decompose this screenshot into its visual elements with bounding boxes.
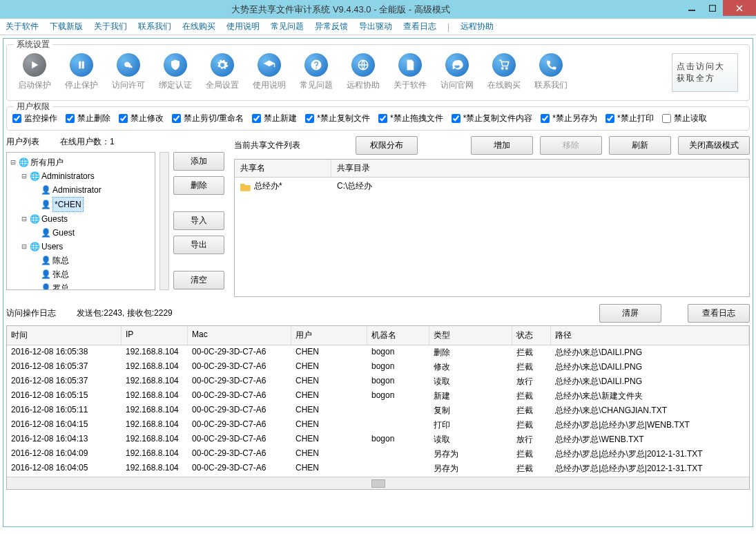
tree-group[interactable]: ⊟🌐Administrators	[21, 169, 152, 183]
perm-label: *禁止另存为	[552, 113, 597, 124]
system-settings-group: 系统设置 启动保护停止保护访问许可绑定认证全局设置使用说明常见问题远程协助关于软…	[6, 44, 750, 101]
close-advanced-button[interactable]: 关闭高级模式	[678, 136, 750, 155]
perm-*禁止复制文件[interactable]: *禁止复制文件	[305, 113, 370, 124]
perm-禁止新建[interactable]: 禁止新建	[252, 113, 297, 124]
toolbar-globe-button[interactable]: 远程协助	[347, 53, 380, 91]
tree-group[interactable]: ⊟🌐Users	[21, 240, 152, 254]
menu-buy[interactable]: 在线购买	[182, 21, 215, 32]
log-row[interactable]: 2016-12-08 16:05:37192.168.8.10400-0C-29…	[7, 374, 749, 389]
menu-remote[interactable]: 远程协助	[461, 21, 494, 32]
toolbar-phone-button[interactable]: 联系我们	[534, 53, 568, 91]
toolbar-label: 关于软件	[394, 79, 427, 91]
perm-禁止剪切/重命名[interactable]: 禁止剪切/重命名	[172, 113, 244, 124]
toolbar-cart-button[interactable]: 在线购买	[487, 53, 521, 91]
menu-feedback[interactable]: 异常反馈	[315, 21, 348, 32]
perm-checkbox[interactable]	[541, 114, 550, 123]
tree-group[interactable]: ⊟🌐Guests	[21, 212, 152, 226]
menu-view-log[interactable]: 查看日志	[403, 21, 436, 32]
perm-checkbox[interactable]	[305, 114, 314, 123]
perm-label: 禁止剪切/重命名	[184, 113, 244, 124]
perm-checkbox[interactable]	[662, 114, 671, 123]
perm-*禁止打印[interactable]: *禁止打印	[605, 113, 654, 124]
log-row[interactable]: 2016-12-08 16:04:15192.168.8.10400-0C-29…	[7, 418, 749, 432]
toolbar-key-button[interactable]: 访问许可	[112, 53, 145, 91]
tree-user[interactable]: 👤张总	[32, 267, 152, 281]
perm-监控操作[interactable]: 监控操作	[12, 113, 57, 124]
log-row[interactable]: 2016-12-08 16:05:11192.168.8.10400-0C-29…	[7, 403, 749, 418]
perm-checkbox[interactable]	[252, 114, 261, 123]
perm-checkbox[interactable]	[605, 114, 614, 123]
tree-user[interactable]: 👤罗总	[32, 281, 152, 290]
toolbar-play-button[interactable]: 启动保护	[18, 53, 51, 91]
log-col-mac[interactable]: Mac	[188, 326, 291, 345]
clear-users-button[interactable]: 清空	[173, 271, 224, 289]
log-col-state[interactable]: 状态	[512, 326, 551, 345]
log-row[interactable]: 2016-12-08 16:04:05192.168.8.10400-0C-29…	[7, 461, 749, 476]
tree-user[interactable]: 👤陈总	[32, 254, 152, 267]
menu-faq[interactable]: 常见问题	[271, 21, 304, 32]
log-row[interactable]: 2016-12-08 16:05:15192.168.8.10400-0C-29…	[7, 389, 749, 403]
toolbar-help-button[interactable]: 常见问题	[300, 53, 333, 91]
menu-contact[interactable]: 联系我们	[138, 21, 171, 32]
share-row[interactable]: 总经办*C:\总经办	[235, 178, 749, 195]
menu-help[interactable]: 使用说明	[226, 21, 260, 32]
toolbar-shield-button[interactable]: 绑定认证	[159, 53, 192, 91]
log-col-path[interactable]: 路径	[551, 326, 749, 345]
close-button[interactable]	[723, 0, 756, 16]
toolbar-gear-button[interactable]: 全局设置	[206, 53, 239, 91]
import-button[interactable]: 导入	[173, 211, 224, 230]
add-user-button[interactable]: 添加	[173, 152, 224, 171]
perm-checkbox[interactable]	[12, 114, 21, 123]
log-col-user[interactable]: 用户	[291, 326, 367, 345]
export-button[interactable]: 导出	[173, 236, 224, 254]
share-table: 共享名 共享目录 总经办*C:\总经办	[234, 159, 750, 297]
share-add-button[interactable]: 增加	[471, 136, 533, 155]
user-icon: 👤	[41, 269, 50, 279]
perm-checkbox[interactable]	[172, 114, 181, 123]
perm-禁止读取[interactable]: 禁止读取	[662, 113, 707, 124]
log-col-ip[interactable]: IP	[122, 326, 188, 345]
log-row[interactable]: 2016-12-08 16:04:09192.168.8.10400-0C-29…	[7, 447, 749, 461]
user-tree[interactable]: ⊟🌐所有用户⊟🌐Administrators👤Administrator👤*CH…	[6, 152, 155, 290]
menu-about-us[interactable]: 关于我们	[94, 21, 127, 32]
delete-user-button[interactable]: 删除	[173, 176, 224, 195]
log-row[interactable]: 2016-12-08 16:04:13192.168.8.10400-0C-29…	[7, 432, 749, 447]
perm-*禁止复制文件内容[interactable]: *禁止复制文件内容	[452, 113, 533, 124]
log-view-button[interactable]: 查看日志	[688, 304, 750, 323]
log-col-type[interactable]: 类型	[429, 326, 512, 345]
log-row[interactable]: 2016-12-08 16:05:38192.168.8.10400-0C-29…	[7, 345, 749, 360]
log-clear-button[interactable]: 清屏	[599, 304, 661, 323]
toolbar-pause-button[interactable]: 停止保护	[65, 53, 98, 91]
promo-banner[interactable]: 点击访问大获取全方	[672, 53, 738, 92]
tree-user[interactable]: 👤*CHEN	[32, 197, 152, 212]
menu-download[interactable]: 下载新版	[50, 21, 83, 32]
perm-*禁止另存为[interactable]: *禁止另存为	[541, 113, 597, 124]
share-del-button[interactable]: 移除	[540, 136, 602, 155]
perm-checkbox[interactable]	[66, 114, 75, 123]
menu-about-software[interactable]: 关于软件	[6, 21, 39, 32]
perm-禁止删除[interactable]: 禁止删除	[66, 113, 110, 124]
minimize-button[interactable]	[681, 0, 702, 16]
toolbar-grad-button[interactable]: 使用说明	[253, 53, 286, 91]
toolbar-ie-button[interactable]: 访问官网	[440, 53, 474, 91]
share-col-name[interactable]: 共享名	[235, 160, 331, 177]
log-hscrollbar[interactable]	[7, 477, 749, 489]
log-col-host[interactable]: 机器名	[367, 326, 429, 345]
toolbar-doc-button[interactable]: 关于软件	[394, 53, 427, 91]
menu-export-driver[interactable]: 导出驱动	[359, 21, 392, 32]
tree-root[interactable]: ⊟🌐所有用户	[10, 155, 152, 169]
share-refresh-button[interactable]: 刷新	[609, 136, 671, 155]
perm-checkbox[interactable]	[119, 114, 128, 123]
tree-user[interactable]: 👤Administrator	[32, 183, 152, 197]
perm-checkbox[interactable]	[378, 114, 387, 123]
tree-scrollbar[interactable]	[159, 152, 169, 290]
perm-dist-button[interactable]: 权限分布	[356, 136, 418, 155]
maximize-button[interactable]	[702, 0, 723, 16]
perm-禁止修改[interactable]: 禁止修改	[119, 113, 164, 124]
log-col-time[interactable]: 时间	[7, 326, 122, 345]
perm-checkbox[interactable]	[452, 114, 461, 123]
log-row[interactable]: 2016-12-08 16:05:37192.168.8.10400-0C-29…	[7, 360, 749, 374]
share-col-dir[interactable]: 共享目录	[331, 160, 749, 177]
tree-user[interactable]: 👤Guest	[32, 226, 152, 240]
perm-*禁止拖拽文件[interactable]: *禁止拖拽文件	[378, 113, 443, 124]
